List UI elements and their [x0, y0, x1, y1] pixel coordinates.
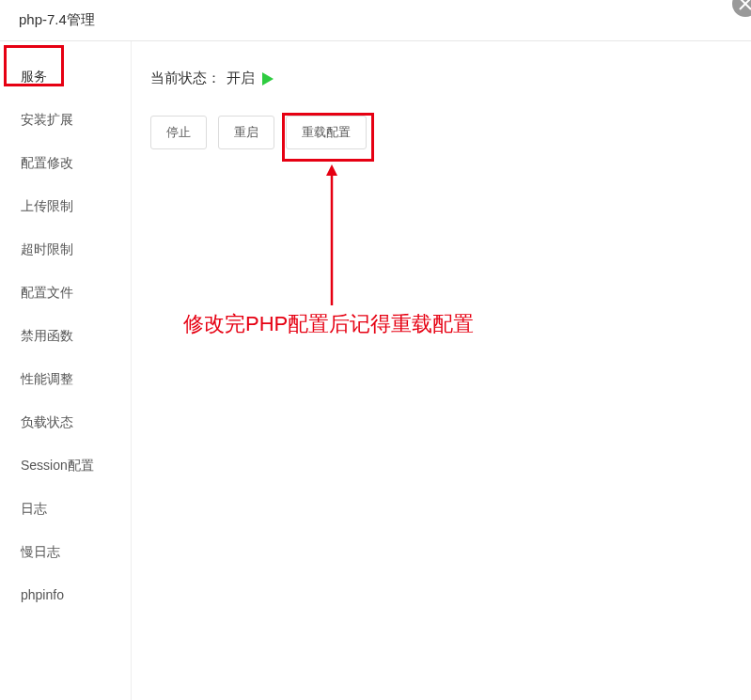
- sidebar-item-label: 配置修改: [21, 155, 73, 170]
- stop-button[interactable]: 停止: [150, 116, 207, 149]
- sidebar-item-performance[interactable]: 性能调整: [0, 358, 131, 401]
- sidebar-item-label: Session配置: [21, 458, 94, 473]
- annotation-text: 修改完PHP配置后记得重载配置: [183, 310, 474, 338]
- sidebar-item-session-config[interactable]: Session配置: [0, 444, 131, 488]
- sidebar-item-label: phpinfo: [21, 587, 64, 602]
- reload-config-button[interactable]: 重载配置: [286, 116, 367, 149]
- main-panel: 当前状态： 开启 停止 重启 重载配置: [132, 41, 751, 700]
- running-icon: [262, 72, 274, 86]
- sidebar-item-label: 超时限制: [21, 241, 73, 257]
- sidebar-item-label: 配置文件: [21, 285, 73, 300]
- sidebar-item-upload-limit[interactable]: 上传限制: [0, 185, 131, 228]
- sidebar-item-label: 日志: [21, 501, 47, 516]
- sidebar-item-label: 安装扩展: [21, 112, 73, 127]
- sidebar-item-config-file[interactable]: 配置文件: [0, 272, 131, 315]
- sidebar-item-disabled-functions[interactable]: 禁用函数: [0, 315, 131, 358]
- sidebar-item-log[interactable]: 日志: [0, 488, 131, 531]
- sidebar-item-label: 性能调整: [21, 371, 73, 386]
- sidebar: 服务 安装扩展 配置修改 上传限制 超时限制 配置文件 禁用函数 性能调整 负载…: [0, 41, 132, 700]
- sidebar-item-label: 慢日志: [21, 544, 60, 559]
- sidebar-item-extensions[interactable]: 安装扩展: [0, 99, 131, 142]
- dialog-header: php-7.4管理: [0, 0, 751, 41]
- sidebar-item-label: 禁用函数: [21, 328, 73, 343]
- restart-button[interactable]: 重启: [218, 116, 274, 149]
- button-row: 停止 重启 重载配置: [150, 116, 732, 149]
- sidebar-item-config-edit[interactable]: 配置修改: [0, 142, 131, 185]
- sidebar-item-label: 上传限制: [21, 198, 73, 213]
- close-icon[interactable]: [732, 0, 751, 17]
- status-label: 当前状态：: [150, 70, 221, 87]
- sidebar-item-service[interactable]: 服务: [0, 55, 131, 99]
- dialog-title: php-7.4管理: [19, 11, 95, 29]
- sidebar-item-label: 负载状态: [21, 414, 73, 429]
- sidebar-item-phpinfo[interactable]: phpinfo: [0, 574, 131, 615]
- sidebar-item-load-status[interactable]: 负载状态: [0, 401, 131, 444]
- sidebar-item-slow-log[interactable]: 慢日志: [0, 531, 131, 574]
- sidebar-item-timeout-limit[interactable]: 超时限制: [0, 228, 131, 272]
- status-value: 开启: [227, 70, 255, 87]
- status-row: 当前状态： 开启: [150, 70, 732, 87]
- sidebar-item-label: 服务: [21, 69, 47, 84]
